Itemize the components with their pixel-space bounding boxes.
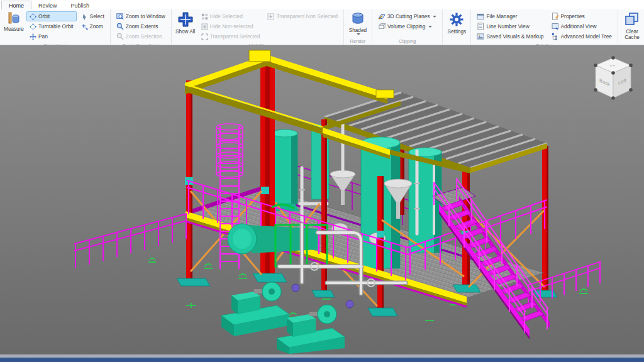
plant-model-3d-view: Top Back Left [0, 45, 644, 354]
cutting-planes-caret [433, 16, 436, 18]
group-model-actions: Clear Cache Reload Model Close Model [618, 9, 644, 45]
shaded-cylinder-icon [350, 11, 365, 26]
transparent-non-selected-icon [267, 13, 274, 20]
hide-non-selected-button[interactable]: Hide Non-selected [198, 21, 264, 31]
measure-button[interactable]: Measure [2, 10, 26, 32]
pump-skid-1 [221, 282, 289, 336]
line-number-view-button[interactable]: Line Number View [474, 21, 547, 31]
settings-label: Settings [448, 29, 467, 35]
application-window: Home Review Publish Measure [0, 0, 644, 362]
view-cube: Top Back Left [584, 56, 643, 103]
shaded-dropdown-caret [357, 33, 360, 35]
zoom-to-window-button[interactable]: Zoom to Window [113, 11, 169, 21]
group-settings: Settings [443, 9, 471, 45]
shaded-label: Shaded [349, 28, 367, 33]
group-clipping: 3D Cutting Planes Volume Clipping [372, 9, 443, 45]
model-viewport-canvas[interactable]: Top Back Left [0, 45, 644, 354]
pan-button[interactable]: Pan [26, 31, 77, 41]
transparent-selected-icon [201, 33, 208, 40]
hide-selected-button[interactable]: Hide Selected [198, 11, 264, 21]
settings-group-label [445, 38, 469, 45]
zoom-button[interactable]: Zoom [78, 21, 108, 31]
line-number-view-icon [477, 23, 484, 30]
zoom-to-window-icon [116, 13, 124, 20]
turntable-orbit-button[interactable]: Turntable Orbit [26, 21, 77, 31]
lower-right-railing [527, 261, 601, 306]
file-manager-icon [477, 13, 484, 20]
clear-cache-label: Clear Cache [621, 29, 643, 40]
volume-clipping-icon [378, 23, 386, 30]
taskbar-strip [0, 358, 644, 362]
clear-cache-button[interactable]: Clear Cache [620, 10, 644, 45]
properties-icon [552, 13, 559, 20]
cutting-planes-icon [378, 13, 386, 20]
tab-review[interactable]: Review [31, 1, 64, 9]
show-all-button[interactable]: Show All [174, 10, 197, 35]
clear-cache-icon [624, 11, 640, 28]
volume-clipping-caret [428, 26, 432, 28]
show-all-label: Show All [175, 29, 195, 35]
saved-visuals-button[interactable]: Saved Visuals & Markup [474, 31, 547, 41]
ribbon-tab-row: Home Review Publish [0, 0, 644, 9]
group-zoom-operations: Zoom to Window Zoom Extents [111, 9, 172, 45]
volume-clipping-button[interactable]: Volume Clipping [375, 21, 440, 31]
zoom-icon [81, 23, 88, 30]
advanced-model-tree-button[interactable]: Advanced Model Tree [548, 31, 615, 41]
hide-non-selected-icon [201, 23, 208, 30]
measure-icon [7, 11, 21, 25]
group-palettes: File Manager Line Number View [471, 9, 618, 45]
measure-label: Measure [4, 26, 24, 32]
properties-button[interactable]: Properties [548, 11, 615, 21]
group-visibility: Show All Hide Selected [172, 9, 344, 45]
additional-view-icon [552, 23, 559, 30]
saved-visuals-icon [477, 33, 484, 40]
file-manager-button[interactable]: File Manager [474, 11, 547, 21]
orbit-button[interactable]: Orbit [26, 11, 77, 21]
select-button[interactable]: Select [78, 11, 108, 21]
left-extension-railing [74, 214, 187, 268]
tab-publish[interactable]: Publish [64, 1, 97, 9]
settings-button[interactable]: Settings [445, 10, 469, 35]
cutting-planes-button[interactable]: 3D Cutting Planes [375, 11, 440, 21]
tab-home[interactable]: Home [1, 1, 31, 9]
select-cursor-icon [81, 13, 88, 20]
hide-selected-icon [201, 13, 208, 20]
additional-view-button[interactable]: Additional View [548, 21, 615, 31]
group-render-modes: Shaded Render Modes [344, 9, 372, 45]
ribbon: Home Review Publish Measure [0, 0, 644, 45]
pan-icon [30, 33, 36, 40]
zoom-selection-icon [116, 33, 124, 40]
settings-gear-icon [448, 11, 465, 28]
zoom-selection-button[interactable]: Zoom Selection [113, 31, 169, 41]
pump-skid-2 [277, 305, 345, 354]
view-cube-rotate-left[interactable] [584, 91, 591, 99]
transparent-non-selected-button[interactable]: Transparent Non Selected [264, 11, 340, 21]
transparent-selected-button[interactable]: Transparent Selected [198, 31, 264, 41]
turntable-orbit-icon [30, 23, 36, 30]
zoom-extents-icon [116, 23, 124, 30]
render-modes-group-label: Render Modes [346, 38, 370, 45]
orbit-icon [30, 13, 36, 20]
advanced-model-tree-icon [552, 33, 559, 40]
show-all-icon [177, 11, 194, 28]
heat-exchanger [228, 224, 318, 254]
clipping-group-label: Clipping [374, 38, 441, 45]
shaded-button[interactable]: Shaded [346, 10, 370, 35]
view-cube-rotate-right[interactable] [635, 91, 643, 99]
zoom-extents-button[interactable]: Zoom Extents [113, 21, 169, 31]
group-operations: Measure Orbit [0, 9, 111, 45]
